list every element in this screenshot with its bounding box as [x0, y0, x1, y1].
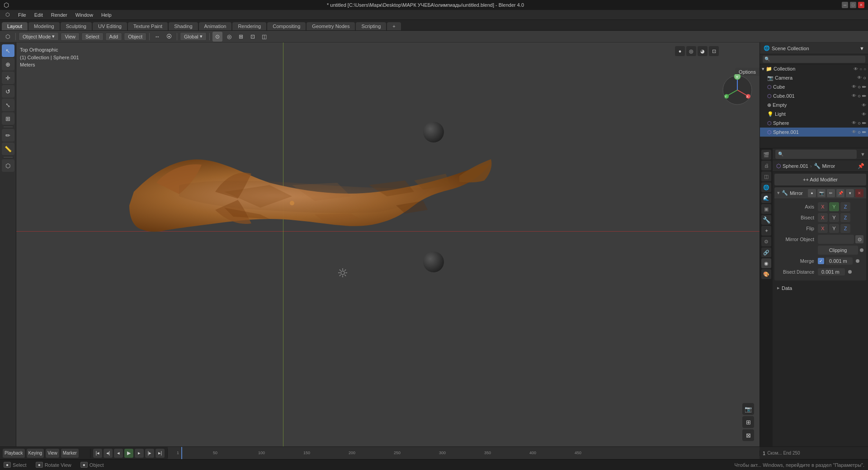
sphere001-edit-icon[interactable]: ✏	[862, 129, 866, 135]
props-modifier-icon[interactable]: 🔧	[761, 215, 771, 225]
modifier-edit-icon[interactable]: ✏	[827, 189, 835, 197]
cube001-visibility-icon[interactable]: 👁	[852, 93, 856, 99]
pin-icon[interactable]: 📌	[858, 163, 864, 169]
cube-visibility-icon[interactable]: 👁	[852, 84, 856, 90]
outliner-camera[interactable]: 📷 Camera 👁 ○	[760, 73, 868, 82]
cube001-render-icon[interactable]: ○	[858, 93, 861, 99]
navigation-gizmo[interactable]: Z X Y Y	[722, 74, 753, 106]
tool-scale[interactable]: ⤡	[2, 99, 14, 111]
outliner-empty[interactable]: ⊕ Empty 👁	[760, 100, 868, 109]
menu-render[interactable]: Render	[47, 11, 71, 19]
tool-measure[interactable]: 📏	[2, 142, 14, 155]
outliner-collection[interactable]: ▾ 📁 Collection 👁 ○ ○	[760, 64, 868, 73]
sphere-edit-icon[interactable]: ✏	[862, 120, 866, 126]
merge-value[interactable]: 0.001 m	[826, 257, 853, 265]
props-physics-icon[interactable]: ⚙	[761, 237, 771, 247]
tool-move[interactable]: ✛	[2, 71, 14, 84]
tab-rendering[interactable]: Rendering	[232, 22, 266, 30]
jump-start-btn[interactable]: |◂	[93, 449, 102, 458]
flip-x-btn[interactable]: X	[818, 224, 828, 233]
minimize-btn[interactable]: ─	[842, 2, 848, 8]
bisect-y-btn[interactable]: Y	[829, 213, 839, 222]
axis-x-btn[interactable]: X	[818, 202, 828, 211]
pivot-icon[interactable]: ⊙	[212, 32, 222, 42]
tool-add-cube[interactable]: ⬡	[2, 159, 14, 172]
view-menu[interactable]: View	[46, 449, 59, 458]
jump-end-btn[interactable]: ▸|	[156, 449, 165, 458]
timeline-playhead[interactable]	[181, 447, 182, 459]
tab-geometry-nodes[interactable]: Geometry Nodes	[307, 22, 355, 30]
cube001-edit-icon[interactable]: ✏	[862, 93, 866, 99]
menu-help[interactable]: Help	[98, 11, 115, 19]
quad-view-btn[interactable]: ⊠	[742, 429, 754, 441]
tab-texture-paint[interactable]: Texture Paint	[128, 22, 168, 30]
props-world-icon[interactable]: 🌊	[761, 193, 771, 203]
xray-icon[interactable]: ◫	[259, 32, 269, 42]
sphere001-render-icon[interactable]: ○	[858, 129, 861, 135]
camera-render-icon[interactable]: ○	[863, 75, 866, 81]
viewport-rendered-btn[interactable]: ◕	[698, 46, 708, 56]
next-frame-btn[interactable]: |▸	[145, 449, 154, 458]
tool-select[interactable]: ↖	[2, 44, 14, 57]
engine-selector-icon[interactable]: ⬡	[3, 32, 13, 42]
select-menu[interactable]: Select	[81, 33, 104, 41]
search-input[interactable]: 🔍	[763, 56, 865, 63]
playback-menu[interactable]: Playback	[3, 449, 25, 458]
play-btn[interactable]: ▶	[124, 449, 133, 458]
expand-all-icon[interactable]: ▼	[860, 152, 865, 157]
sphere-render-icon[interactable]: ○	[858, 120, 861, 126]
maximize-btn[interactable]: □	[850, 2, 856, 8]
camera-visibility-icon[interactable]: 👁	[857, 75, 862, 81]
timeline-ruler[interactable]: 1 50 100 150 200 250 300 350 400 450	[168, 447, 760, 459]
menu-file[interactable]: File	[14, 11, 30, 19]
flip-z-btn[interactable]: Z	[840, 224, 850, 233]
bisect-x-btn[interactable]: X	[818, 213, 828, 222]
marker-menu[interactable]: Marker	[61, 449, 79, 458]
collection-camera-icon[interactable]: ○	[859, 66, 862, 71]
3d-viewport[interactable]: Top Orthographic (1) Collection | Sphere…	[16, 43, 760, 446]
bisect-z-btn[interactable]: Z	[840, 213, 850, 222]
sphere-visibility-icon[interactable]: 👁	[852, 120, 856, 126]
filter-icon[interactable]: ▼	[859, 46, 864, 51]
axis-z-btn[interactable]: Z	[840, 202, 850, 211]
next-keyframe-btn[interactable]: ▸	[135, 449, 144, 458]
snap-toggle-icon[interactable]: ⊞	[236, 32, 246, 42]
add-modifier-btn[interactable]: + + Add Modifier	[774, 174, 866, 185]
tab-compositing[interactable]: Compositing	[267, 22, 306, 30]
keying-menu[interactable]: Keying	[27, 449, 44, 458]
tab-modeling[interactable]: Modeling	[28, 22, 60, 30]
props-object-icon[interactable]: ▣	[761, 204, 771, 214]
tab-add[interactable]: +	[387, 22, 401, 30]
add-menu[interactable]: Add	[105, 33, 123, 41]
tool-rotate[interactable]: ↺	[2, 85, 14, 98]
camera-view-btn[interactable]: 📷	[742, 403, 754, 415]
tool-transform[interactable]: ⊞	[2, 112, 14, 125]
merge-checkbox[interactable]: ✓	[818, 258, 824, 264]
tab-uv-editing[interactable]: UV Editing	[93, 22, 127, 30]
overlay-icon[interactable]: ⊡	[248, 32, 258, 42]
outliner-cube[interactable]: ⬡ Cube 👁 ○ ✏	[760, 82, 868, 91]
sphere001-visibility-icon[interactable]: 👁	[852, 129, 856, 135]
prev-frame-btn[interactable]: ◂|	[104, 449, 113, 458]
tool-annotate[interactable]: ✏	[2, 129, 14, 142]
snap-icon[interactable]: ⦿	[164, 32, 174, 42]
modifier-down-icon[interactable]: ▾	[846, 189, 854, 197]
data-section[interactable]: ▸ Data	[774, 283, 866, 293]
tab-shading[interactable]: Shading	[169, 22, 198, 30]
props-data-icon[interactable]: ◉	[761, 258, 771, 268]
props-material-icon[interactable]: 🎨	[761, 269, 771, 279]
viewport-material-btn[interactable]: ◎	[686, 46, 696, 56]
menu-blender[interactable]: ⬡	[2, 11, 14, 19]
flip-y-btn[interactable]: Y	[829, 224, 839, 233]
outliner-cube001[interactable]: ⬡ Cube.001 👁 ○ ✏	[760, 91, 868, 100]
modifier-pin2-icon[interactable]: 📌	[836, 189, 844, 197]
collection-select-icon[interactable]: ○	[863, 66, 866, 71]
mirror-object-pick-icon[interactable]: ⊙	[855, 235, 863, 243]
modifier-render-icon[interactable]: 📷	[817, 189, 826, 197]
collection-visibility-icon[interactable]: 👁	[854, 66, 858, 71]
cube-edit-icon[interactable]: ✏	[862, 84, 866, 90]
mode-selector[interactable]: Object Mode ▾	[19, 32, 59, 41]
proportional-icon[interactable]: ◎	[224, 32, 234, 42]
outliner-sphere001[interactable]: ⬡ Sphere.001 👁 ○ ✏	[760, 128, 868, 137]
outliner-sphere[interactable]: ⬡ Sphere 👁 ○ ✏	[760, 119, 868, 128]
